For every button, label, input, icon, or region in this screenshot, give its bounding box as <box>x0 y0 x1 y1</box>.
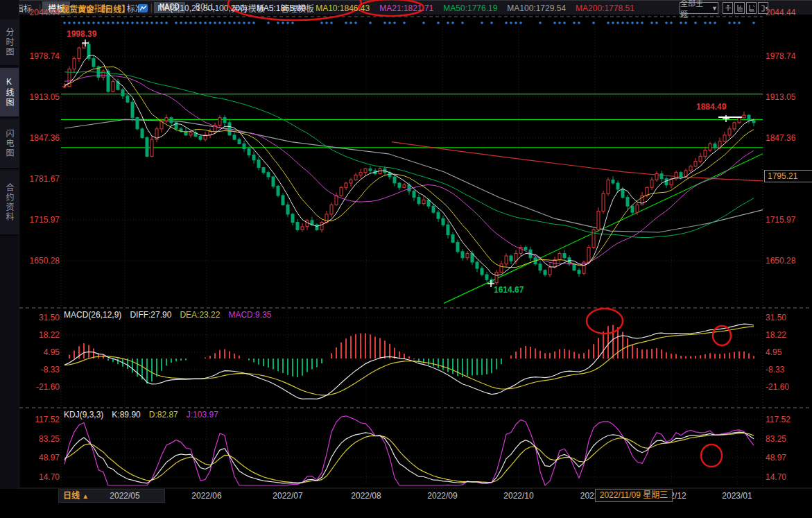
kdj-d-value: D:82.87 <box>149 410 178 420</box>
date-axis-label: 2022/05 <box>104 491 146 501</box>
theme-dropdown-label: 全部主题 <box>680 0 710 19</box>
y-axis-scale-icon[interactable] <box>734 2 745 14</box>
price-axis-label: 1781.67 <box>19 174 60 184</box>
macd-axis-label: 31.50 <box>766 313 786 322</box>
kdj-k-value: K:89.90 <box>112 410 140 420</box>
ma-value: MA5:1865.80 <box>257 3 306 13</box>
kdj-axis-label: 83.25 <box>766 434 786 444</box>
ma-value: MA21:1821.71 <box>379 3 433 13</box>
crosshair-date-box: 2022/11/09 星期三 <box>595 489 673 502</box>
macd-macd-value: MACD:9.35 <box>228 310 271 320</box>
macd-header: MACD(26,12,9) DIFF:27.90 DEA:23.22 MACD:… <box>64 310 271 320</box>
price-axis-label: 1913.05 <box>19 92 60 102</box>
price-axis-label: 1650.28 <box>19 256 60 266</box>
instrument-title: 现货黄金 【日线】 <box>61 3 130 15</box>
date-axis-label: 2022/07 <box>267 491 309 501</box>
price-axis-label: 1715.97 <box>19 215 60 225</box>
pan-crosshair-icon[interactable] <box>723 2 733 14</box>
x-axis-scale-icon[interactable] <box>746 2 757 14</box>
sidebar-tab-3[interactable]: 闪电图 <box>0 119 19 169</box>
sidebar-tab-2[interactable]: K线图 <box>0 68 19 118</box>
chart-mode-sidebar: 分时图K线图闪电图合约资料 <box>0 0 19 489</box>
sidebar-tab-4[interactable]: 合约资料 <box>0 171 19 236</box>
rally-high-annotation: 1884.49 <box>696 102 726 112</box>
price-axis-label: 2044.44 <box>19 8 60 17</box>
macd-axis-label: -8.33 <box>766 365 784 374</box>
chart-area[interactable] <box>0 0 812 518</box>
kdj-axis-label: 14.70 <box>19 472 60 482</box>
kdj-axis-label: 117.52 <box>19 415 60 424</box>
macd-diff-value: DIFF:27.90 <box>130 310 171 320</box>
price-axis-label: 2044.44 <box>766 8 795 17</box>
crosshair-price-box: 1795.21 <box>764 170 812 182</box>
price-axis-label: 1978.74 <box>766 51 795 61</box>
macd-axis-label: 4.95 <box>19 347 60 357</box>
kdj-axis-label: 117.52 <box>766 415 791 424</box>
kdj-j-value: J:103.97 <box>187 410 218 420</box>
kdj-header: KDJ(9,3,3) K:89.90 D:82.87 J:103.97 <box>64 410 218 420</box>
date-axis-label: 2022/08 <box>345 491 387 501</box>
low-price-annotation: 1614.67 <box>494 285 524 295</box>
ma-value: MA100:1729.54 <box>507 3 566 13</box>
price-axis-label: 1913.05 <box>766 92 795 102</box>
date-axis-label: 2023/01 <box>716 491 758 501</box>
date-axis-label: 2022/06 <box>186 491 227 501</box>
trading-app-window: { "topbar": { "title": "现货黄金 【日线】", "ma_… <box>0 0 812 518</box>
date-axis-label: 2022/09 <box>422 491 463 501</box>
chart-type-icon[interactable] <box>139 3 148 13</box>
triangle-up-icon: ▲ <box>82 492 89 500</box>
macd-axis-label: 31.50 <box>19 313 60 322</box>
macd-axis-label: 4.95 <box>766 347 781 357</box>
price-axis-label: 1715.97 <box>766 215 795 225</box>
price-axis-label: 1978.74 <box>19 51 60 61</box>
ma-value: MA10:1846.43 <box>316 3 370 13</box>
macd-dea-value: DEA:23.22 <box>180 310 220 320</box>
kdj-axis-label: 48.97 <box>19 453 60 463</box>
ma-value: MA50:1776.19 <box>443 3 497 13</box>
macd-title: MACD(26,12,9) <box>64 310 121 320</box>
kdj-title: KDJ(9,3,3) <box>64 410 103 420</box>
price-axis-label: 1847.36 <box>766 133 795 143</box>
theme-dropdown[interactable]: 全部主题 ▼ <box>680 2 718 14</box>
macd-axis-label: -8.33 <box>19 365 60 374</box>
macd-axis-label: -21.60 <box>766 382 789 392</box>
sidebar-tab-1[interactable]: 分时图 <box>0 19 19 67</box>
price-axis-label: 1847.36 <box>19 133 60 143</box>
date-axis-label: 2022/10 <box>498 491 539 501</box>
ma-value: MA200:1778.51 <box>576 3 634 13</box>
peak-price-annotation: 1998.39 <box>67 29 96 39</box>
ma-params-label: MA(5,10,21,50,100,200) <box>157 3 247 13</box>
macd-axis-label: 18.22 <box>766 330 786 340</box>
kdj-axis-label: 48.97 <box>766 453 786 463</box>
macd-axis-label: -21.60 <box>19 382 60 392</box>
macd-axis-label: 18.22 <box>19 330 60 340</box>
kdj-axis-label: 83.25 <box>19 434 60 444</box>
kdj-axis-label: 14.70 <box>766 472 786 482</box>
price-axis-label: 1650.28 <box>766 256 795 266</box>
period-label: 日线 <box>63 491 80 501</box>
topbar: 现货黄金 【日线】 MA(5,10,21,50,100,200) MA5:186… <box>61 1 634 15</box>
chevron-down-icon: ▼ <box>711 5 718 12</box>
ma-values: MA5:1865.80MA10:1846.43MA21:1821.71MA50:… <box>257 3 634 13</box>
